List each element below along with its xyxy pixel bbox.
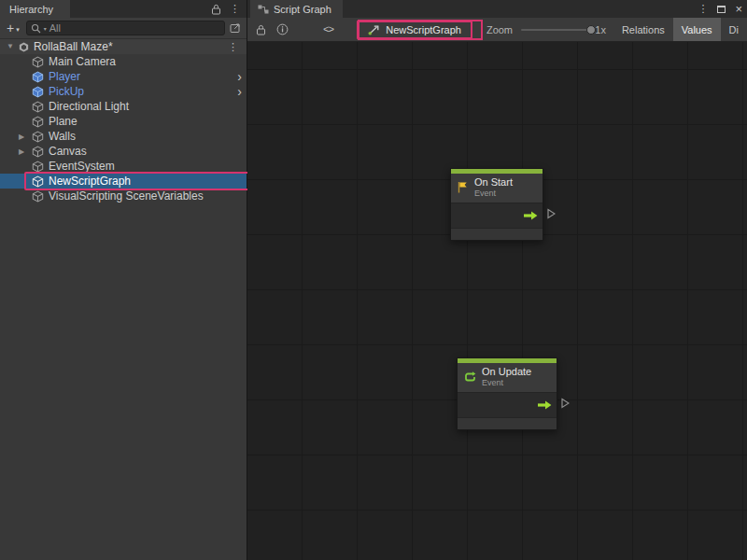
maximize-icon[interactable] <box>717 6 726 13</box>
node-on-update[interactable]: On Update Event <box>457 357 557 430</box>
search-icon <box>31 23 41 34</box>
hierarchy-item-plane[interactable]: Plane <box>0 114 247 129</box>
tab-script-graph-label: Script Graph <box>274 4 331 15</box>
gameobject-icon <box>32 56 44 68</box>
gameobject-icon <box>32 161 44 173</box>
window-menu-icon[interactable]: ⋮ <box>698 4 708 14</box>
node-subtitle: Event <box>482 378 531 388</box>
output-port-icon[interactable] <box>561 398 570 409</box>
search-value: All <box>49 22 61 34</box>
node-body <box>458 393 557 418</box>
tab-hierarchy[interactable]: Hierarchy <box>0 0 70 18</box>
scene-name: RollaBall Maze* <box>34 40 113 53</box>
prefab-chevron-icon[interactable]: › <box>237 85 242 98</box>
gameobject-icon <box>32 116 44 128</box>
hierarchy-item-eventsystem[interactable]: EventSystem <box>0 159 247 174</box>
scene-menu-icon[interactable]: ⋮ <box>228 42 238 52</box>
foldout-open-icon[interactable]: ▼ <box>7 43 14 50</box>
control-output-arrow-icon[interactable] <box>524 211 538 220</box>
node-title: On Update <box>482 366 531 378</box>
foldout-closed-icon[interactable]: ▶ <box>19 133 24 141</box>
graph-asset-name: NewScriptGraph <box>386 24 461 35</box>
close-icon[interactable]: × <box>735 3 742 15</box>
hierarchy-item-main-camera[interactable]: Main Camera <box>0 54 247 69</box>
graph-lock-icon[interactable] <box>256 24 266 35</box>
open-search-window-icon[interactable] <box>230 22 242 34</box>
plus-icon: + <box>7 21 14 35</box>
info-icon[interactable] <box>276 23 289 35</box>
hierarchy-tree: Main Camera Player › PickUp › Directiona… <box>0 54 247 203</box>
hierarchy-item-canvas[interactable]: ▶ Canvas <box>0 144 247 159</box>
update-loop-icon <box>463 371 476 384</box>
hierarchy-item-newscriptgraph[interactable]: NewScriptGraph <box>0 174 247 189</box>
graph-toolbar: <> NewScriptGraph Zoom 1x Relations Valu… <box>247 18 747 42</box>
output-port-icon[interactable] <box>547 208 556 219</box>
zoom-slider[interactable] <box>521 29 588 31</box>
hierarchy-tabbar: Hierarchy ⋮ <box>0 0 247 18</box>
node-footer <box>458 418 557 429</box>
hierarchy-item-walls[interactable]: ▶ Walls <box>0 129 247 144</box>
edit-source-icon[interactable]: <> <box>323 24 333 35</box>
node-on-start[interactable]: On Start Event <box>450 168 543 241</box>
control-output-arrow-icon[interactable] <box>538 400 552 410</box>
zoom-slider-knob[interactable] <box>586 25 596 35</box>
item-label: PickUp <box>49 85 84 98</box>
item-label: EventSystem <box>49 160 115 173</box>
node-footer <box>451 229 543 240</box>
gameobject-icon <box>32 131 44 143</box>
search-input[interactable]: ▾ All <box>26 21 225 35</box>
hierarchy-panel: Hierarchy ⋮ + ▾ ▾ All <box>0 0 247 560</box>
zoom-label: Zoom <box>486 24 513 35</box>
node-subtitle: Event <box>474 189 513 199</box>
relations-toggle-button[interactable]: Relations <box>613 18 673 42</box>
values-toggle-button[interactable]: Values <box>673 18 721 42</box>
graph-canvas[interactable]: On Start Event <box>247 42 747 560</box>
search-filter-caret-icon: ▾ <box>44 25 47 32</box>
item-label: Main Camera <box>49 55 116 68</box>
item-label: Directional Light <box>49 100 129 113</box>
item-label: NewScriptGraph <box>49 175 131 188</box>
item-label: Plane <box>49 115 78 128</box>
hierarchy-toolbar: + ▾ ▾ All <box>0 18 247 39</box>
hierarchy-item-directional-light[interactable]: Directional Light <box>0 99 247 114</box>
tab-hierarchy-label: Hierarchy <box>9 4 53 15</box>
flag-icon <box>457 181 469 193</box>
item-label: Player <box>49 70 80 83</box>
gameobject-icon <box>32 146 44 158</box>
hierarchy-item-player[interactable]: Player › <box>0 69 247 84</box>
prefab-icon <box>32 71 44 83</box>
node-header: On Start Event <box>451 174 543 203</box>
node-title: On Start <box>474 176 513 189</box>
gameobject-icon <box>32 101 44 113</box>
gameobject-icon <box>32 190 44 203</box>
script-graph-icon <box>258 5 269 14</box>
script-graph-tabbar: Script Graph ⋮ × <box>247 0 747 18</box>
add-gameobject-button[interactable]: + ▾ <box>5 21 21 35</box>
lock-icon[interactable] <box>211 4 221 15</box>
hierarchy-menu-icon[interactable]: ⋮ <box>230 4 240 14</box>
tab-script-graph[interactable]: Script Graph <box>250 0 343 18</box>
hierarchy-item-visualscripting-scenevariables[interactable]: VisualScripting SceneVariables <box>0 189 247 203</box>
hierarchy-item-pickup[interactable]: PickUp › <box>0 84 247 99</box>
prefab-chevron-icon[interactable]: › <box>237 70 242 83</box>
node-header: On Update Event <box>458 363 557 393</box>
script-graph-panel: Script Graph ⋮ × <> NewScriptGraph <box>247 0 747 560</box>
item-label: Walls <box>49 130 76 143</box>
caret-down-icon: ▾ <box>16 26 20 35</box>
unity-scene-icon <box>18 41 30 53</box>
item-label: Canvas <box>49 145 87 158</box>
zoom-value: 1x <box>595 24 606 35</box>
script-graph-asset-icon <box>368 24 380 35</box>
node-body <box>451 203 543 229</box>
graph-asset-breadcrumb[interactable]: NewScriptGraph <box>357 21 472 39</box>
prefab-icon <box>32 86 44 98</box>
foldout-closed-icon[interactable]: ▶ <box>19 147 24 156</box>
gameobject-icon <box>32 175 44 188</box>
dim-toggle-button[interactable]: Di <box>721 18 747 42</box>
item-label: VisualScripting SceneVariables <box>49 189 204 203</box>
scene-header[interactable]: ▼ RollaBall Maze* ⋮ <box>0 39 247 54</box>
